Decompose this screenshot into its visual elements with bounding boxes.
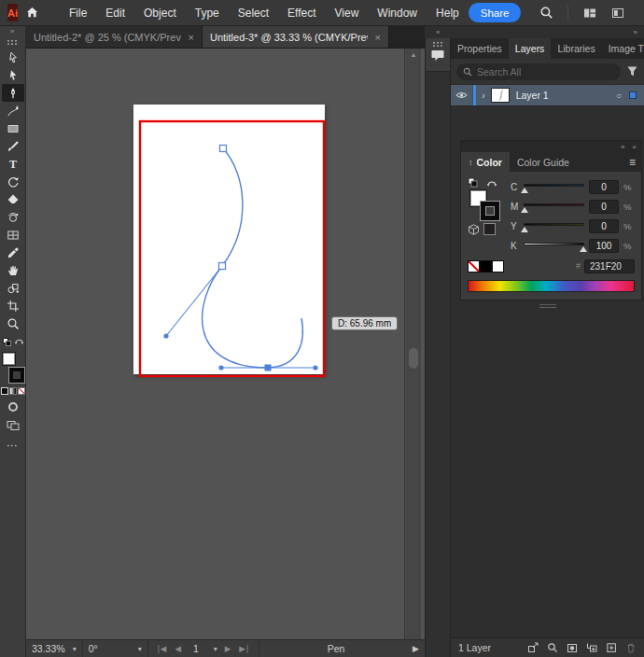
swap-fill-stroke-icon[interactable]	[486, 177, 497, 189]
color-panel-menu-icon[interactable]: ≡	[623, 152, 641, 172]
gradient-mode-button[interactable]	[9, 387, 17, 395]
last-artboard-button[interactable]: ▶|	[239, 644, 249, 653]
yellow-value-field[interactable]	[589, 219, 619, 233]
share-button[interactable]: Share	[469, 3, 522, 22]
menu-window[interactable]: Window	[368, 0, 427, 26]
layer-visibility-toggle[interactable]	[451, 85, 473, 105]
stroke-swatch[interactable]	[9, 368, 24, 383]
menu-view[interactable]: View	[326, 0, 369, 26]
panel-resize-grip[interactable]	[539, 303, 556, 308]
home-button[interactable]	[25, 3, 39, 23]
tool-eyedropper[interactable]	[2, 244, 24, 261]
chevron-down-icon[interactable]: ▾	[138, 645, 142, 653]
layer-row[interactable]: › Layer 1 ○	[451, 84, 644, 106]
search-input[interactable]	[477, 66, 614, 77]
tool-pen[interactable]	[2, 84, 24, 102]
tab-layers[interactable]: Layers	[509, 38, 552, 59]
filter-funnel-icon[interactable]	[626, 65, 638, 77]
tool-rectangle[interactable]	[2, 119, 24, 137]
new-sublayer-icon[interactable]	[586, 642, 597, 653]
screen-mode-button[interactable]	[7, 419, 20, 433]
tool-type[interactable]: T	[2, 155, 24, 173]
tab-color-guide[interactable]: Color Guide	[510, 152, 577, 172]
default-fill-stroke-icon[interactable]	[468, 177, 479, 189]
color-spectrum-bar[interactable]	[468, 280, 635, 292]
slider-handle[interactable]	[521, 207, 528, 213]
first-artboard-button[interactable]: |◀	[158, 644, 168, 653]
tool-direct-selection[interactable]	[2, 49, 24, 66]
black-swatch[interactable]	[480, 260, 492, 273]
app-logo-icon[interactable]: Ai	[7, 4, 18, 21]
delete-layer-icon[interactable]	[625, 642, 637, 653]
menu-type[interactable]: Type	[186, 0, 229, 26]
tool-shape-builder[interactable]	[2, 279, 24, 297]
layer-name[interactable]: Layer 1	[516, 90, 549, 101]
rotation-control[interactable]: 0° ▾	[83, 640, 148, 657]
collect-for-export-icon[interactable]	[527, 642, 539, 653]
slider-handle[interactable]	[521, 227, 528, 232]
expand-dock-icon[interactable]: »	[634, 28, 637, 36]
magenta-slider[interactable]	[524, 202, 584, 213]
new-layer-icon[interactable]	[606, 642, 617, 653]
vertical-scrollbar[interactable]: ▴	[404, 49, 421, 639]
yellow-slider[interactable]	[524, 221, 584, 232]
close-panel-icon[interactable]: ×	[632, 143, 637, 151]
document-tab-untitled-2[interactable]: Untitled-2* @ 25 % (CMYK/Previe... ×	[26, 26, 203, 48]
close-tab-icon[interactable]: ×	[375, 32, 381, 43]
menu-effect[interactable]: Effect	[278, 0, 325, 26]
tab-color[interactable]: ↕ Color	[461, 152, 510, 172]
gamut-warning-cube-icon[interactable]	[468, 224, 480, 236]
chevron-down-icon[interactable]: ▾	[214, 645, 217, 653]
menu-file[interactable]: File	[60, 0, 96, 26]
menu-help[interactable]: Help	[427, 0, 469, 26]
toolbar-expand-button[interactable]: »	[0, 26, 25, 37]
draw-mode-button[interactable]	[8, 402, 18, 412]
scroll-up-icon[interactable]: ▴	[405, 50, 422, 59]
document-tab-untitled-3[interactable]: Untitled-3* @ 33.33 % (CMYK/Preview) ×	[203, 26, 389, 48]
closest-color-chip[interactable]	[483, 223, 496, 235]
cyan-slider[interactable]	[524, 182, 584, 193]
tool-artboard[interactable]	[2, 297, 24, 315]
layer-thumbnail[interactable]	[491, 88, 510, 103]
collapse-comments-icon[interactable]: «	[436, 28, 440, 36]
search-button[interactable]	[536, 3, 556, 23]
tool-curvature[interactable]	[2, 102, 24, 119]
status-bar-menu-icon[interactable]: ▶	[413, 644, 425, 653]
scrollbar-thumb[interactable]	[409, 348, 418, 369]
close-tab-icon[interactable]: ×	[189, 32, 194, 43]
tab-properties[interactable]: Properties	[451, 38, 509, 59]
hex-value-field[interactable]	[584, 259, 635, 273]
tool-paintbrush[interactable]	[2, 137, 24, 155]
edit-toolbar-button[interactable]: ···	[7, 441, 19, 451]
menu-edit[interactable]: Edit	[96, 0, 134, 26]
zoom-level-control[interactable]: 33.33% ▾	[26, 640, 83, 657]
tool-zoom[interactable]	[2, 315, 24, 332]
tool-rotate[interactable]	[2, 173, 24, 190]
comments-panel-button[interactable]	[426, 38, 450, 72]
stroke-swatch[interactable]	[481, 202, 499, 220]
magenta-value-field[interactable]	[589, 200, 619, 214]
tool-hand[interactable]	[2, 261, 24, 279]
layers-search-box[interactable]	[456, 63, 621, 80]
slider-handle[interactable]	[521, 188, 528, 193]
tool-mesh[interactable]	[2, 226, 24, 244]
clipping-mask-icon[interactable]	[567, 642, 578, 653]
chevron-down-icon[interactable]: ▾	[73, 645, 77, 653]
white-swatch[interactable]	[492, 260, 504, 273]
cyan-value-field[interactable]	[589, 180, 619, 194]
tab-image-trace[interactable]: Image Tra	[602, 38, 644, 59]
previous-artboard-button[interactable]: ◀	[175, 644, 182, 653]
collapse-panel-icon[interactable]: «	[621, 143, 624, 151]
arrange-documents-button[interactable]	[608, 3, 628, 23]
tool-eraser[interactable]	[2, 190, 24, 208]
none-swatch[interactable]	[468, 260, 480, 273]
swap-fill-stroke-icon[interactable]	[14, 336, 24, 346]
black-slider[interactable]	[524, 241, 584, 252]
workspace-switcher-button[interactable]	[580, 3, 600, 23]
artboard-number[interactable]: 1	[186, 643, 206, 654]
black-value-field[interactable]	[589, 239, 619, 253]
panel-grip[interactable]	[432, 41, 444, 47]
slider-handle[interactable]	[580, 246, 587, 252]
layer-expand-chevron[interactable]: ›	[482, 90, 485, 101]
menu-object[interactable]: Object	[134, 0, 186, 26]
